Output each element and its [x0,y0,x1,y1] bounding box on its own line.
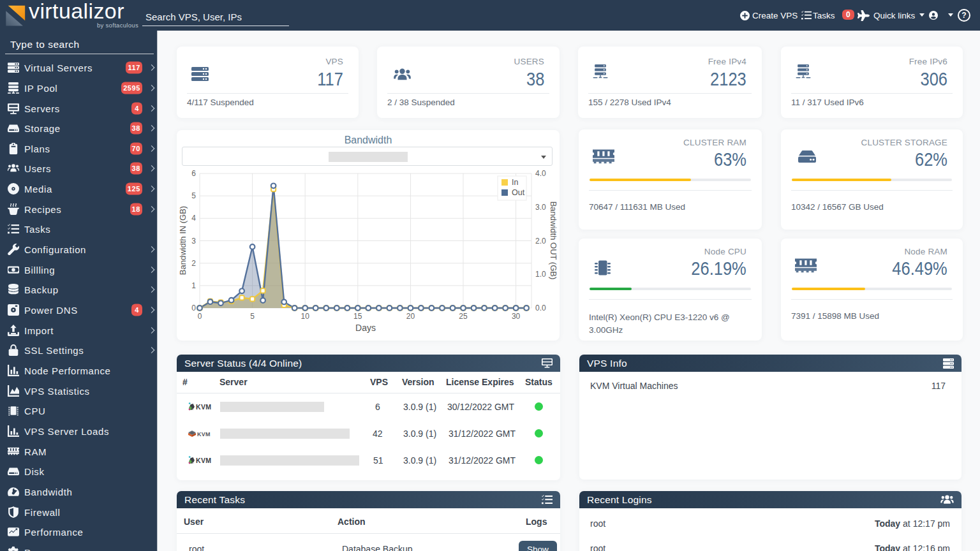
svg-text:30: 30 [512,312,521,321]
svg-text:0: 0 [198,312,202,321]
svg-text:5: 5 [250,312,255,321]
svg-text:0: 0 [191,304,196,312]
svg-text:15: 15 [353,312,362,321]
svg-text:4.0: 4.0 [535,169,546,178]
svg-text:Out: Out [512,188,525,197]
svg-text:Days: Days [355,323,376,333]
svg-text:10: 10 [301,312,310,321]
svg-text:1: 1 [191,281,196,290]
svg-text:Bandwidth IN (GB): Bandwidth IN (GB) [178,206,188,275]
svg-text:Bandwidth OUT (GB): Bandwidth OUT (GB) [549,202,558,280]
svg-text:2: 2 [191,259,196,268]
svg-text:3: 3 [191,237,196,246]
svg-text:6: 6 [191,169,196,178]
svg-text:25: 25 [459,312,468,321]
svg-text:4: 4 [191,214,196,223]
svg-text:20: 20 [406,312,415,321]
svg-text:3.0: 3.0 [535,203,546,212]
svg-text:1.0: 1.0 [535,270,546,279]
svg-text:0.0: 0.0 [535,304,546,312]
svg-text:In: In [512,178,518,187]
svg-text:2.0: 2.0 [535,237,546,246]
svg-text:5: 5 [191,191,196,200]
svg-text:?: ? [961,11,966,20]
